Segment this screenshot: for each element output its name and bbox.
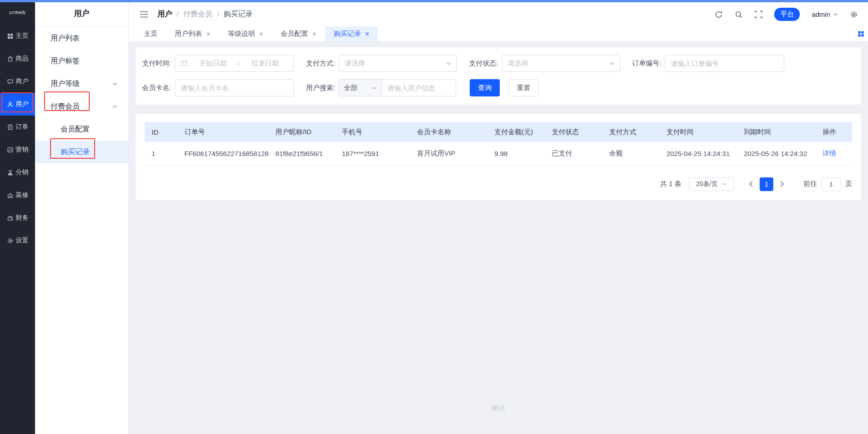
tab-member-config[interactable]: 会员配置 ×: [272, 26, 325, 41]
goto-page-input[interactable]: [821, 177, 841, 191]
chevron-down-icon: [833, 13, 838, 16]
cell-id: 1: [145, 142, 178, 165]
tab-label: 购买记录: [334, 30, 361, 38]
user-search-input[interactable]: [382, 79, 456, 96]
sidebar-item-label: 商户: [16, 77, 29, 86]
menu-item-user-level[interactable]: 用户等级: [35, 72, 128, 95]
tab-label: 会员配置: [281, 30, 308, 38]
pagination: 共 1 条 20条/页 1 前往 页: [145, 177, 852, 191]
page-number-current[interactable]: 1: [760, 177, 773, 191]
date-range-picker[interactable]: 开始日期 - 结束日期: [175, 55, 294, 72]
collapse-menu-icon[interactable]: [140, 11, 148, 18]
menu-item-member-config[interactable]: 会员配置: [35, 118, 128, 141]
sidebar-item-label: 商品: [16, 55, 29, 63]
filter-pay-time: 支付时间: 开始日期 - 结束日期: [142, 55, 294, 72]
sidebar-item-merchant[interactable]: 商户: [0, 70, 35, 93]
sidebar-item-decorate[interactable]: 装修: [0, 184, 35, 207]
sidebar-item-label: 装修: [16, 191, 29, 199]
settings-gear-icon[interactable]: [850, 10, 858, 19]
refresh-icon[interactable]: [715, 10, 723, 19]
pay-status-select[interactable]: 请选择: [502, 55, 620, 72]
menu-item-user-list[interactable]: 用户列表: [35, 27, 128, 50]
filter-card-name: 会员卡名:: [142, 79, 294, 96]
page-size-select[interactable]: 20条/页: [689, 177, 734, 191]
cell-order-no: FF606174556227168581281: [178, 142, 269, 165]
sidebar-item-user[interactable]: 用户: [0, 93, 35, 116]
close-icon[interactable]: ×: [206, 30, 210, 38]
secondary-sidebar: 用户 用户列表 用户标签 用户等级 付费会员 会员配置 购买记录: [35, 0, 129, 434]
next-page-icon[interactable]: [775, 177, 789, 191]
finance-wallet-icon: [7, 215, 14, 222]
tab-purchase-records[interactable]: 购买记录 ×: [325, 26, 378, 41]
sidebar-item-finance[interactable]: 财务: [0, 207, 35, 229]
select-placeholder: 请选择: [508, 59, 528, 68]
filter-pay-status: 支付状态: 请选择: [469, 55, 620, 72]
sidebar-item-goods[interactable]: 商品: [0, 47, 35, 70]
header-actions: 平台 admin: [715, 8, 858, 21]
sidebar-item-label: 订单: [16, 123, 29, 131]
pagination-total: 共 1 条: [660, 180, 681, 188]
breadcrumb-root[interactable]: 用户: [157, 10, 172, 19]
query-button[interactable]: 查询: [470, 79, 500, 96]
detail-link[interactable]: 详情: [822, 149, 836, 157]
search-icon[interactable]: [735, 10, 743, 19]
date-range-separator: -: [238, 60, 240, 67]
settings-gear-icon: [7, 237, 14, 244]
tab-level-description[interactable]: 等级说明 ×: [219, 26, 272, 41]
close-icon[interactable]: ×: [365, 30, 369, 38]
sidebar-item-home[interactable]: 主页: [0, 25, 35, 47]
fullscreen-icon[interactable]: [755, 10, 762, 18]
card-name-input[interactable]: [175, 79, 294, 96]
col-pay-time: 支付时间: [660, 122, 737, 142]
close-icon[interactable]: ×: [259, 30, 263, 38]
tab-user-list[interactable]: 用户列表 ×: [166, 26, 219, 41]
decorate-home-icon: [7, 192, 14, 199]
user-search-scope-select[interactable]: 全部: [339, 79, 382, 96]
platform-badge[interactable]: 平台: [774, 8, 800, 21]
sidebar-item-distribution[interactable]: 分销: [0, 161, 35, 184]
filter-label: 会员卡名:: [142, 84, 171, 92]
filter-label: 用户搜索:: [306, 84, 335, 92]
date-start-placeholder[interactable]: 开始日期: [190, 59, 236, 68]
cell-pay-method: 余额: [602, 142, 660, 165]
filter-user-search: 用户搜索: 全部: [306, 79, 456, 96]
close-icon[interactable]: ×: [312, 30, 316, 38]
menu-item-purchase-records[interactable]: 购买记录: [35, 141, 128, 163]
sidebar-item-order[interactable]: 订单: [0, 116, 35, 138]
sidebar-item-settings[interactable]: 设置: [0, 229, 35, 252]
calendar-icon: [181, 60, 188, 67]
app-root: crmeb 主页 商品 商户 用户 订单 营销 分销: [0, 0, 868, 434]
merchant-chat-icon: [7, 78, 14, 85]
select-value: 全部: [344, 84, 357, 92]
sidebar-item-label: 营销: [16, 146, 29, 154]
chevron-up-icon: [112, 105, 117, 108]
filter-label: 支付方式:: [306, 59, 335, 68]
pay-method-select[interactable]: 请选择: [339, 55, 457, 72]
top-loading-bar: [0, 0, 868, 2]
reset-button[interactable]: 重置: [508, 79, 538, 96]
tab-home[interactable]: 主页: [135, 26, 166, 41]
menu-item-label: 会员配置: [61, 125, 90, 134]
prev-page-icon[interactable]: [744, 177, 758, 191]
menu-item-label: 付费会员: [51, 102, 80, 111]
user-menu[interactable]: admin: [812, 10, 838, 18]
date-end-placeholder[interactable]: 结束日期: [242, 59, 289, 68]
filter-label: 支付状态:: [469, 59, 498, 68]
logo: crmeb: [0, 0, 35, 25]
menu-item-label: 用户列表: [51, 34, 80, 43]
filter-row-1: 支付时间: 开始日期 - 结束日期 支付方式: 请选择: [142, 55, 855, 72]
order-no-input[interactable]: [665, 55, 784, 72]
content-area: 支付时间: 开始日期 - 结束日期 支付方式: 请选择: [129, 42, 868, 434]
menu-item-user-tags[interactable]: 用户标签: [35, 50, 128, 72]
tab-options-grid-icon[interactable]: [858, 30, 864, 37]
col-phone: 手机号: [335, 122, 410, 142]
sidebar-item-marketing[interactable]: 营销: [0, 138, 35, 161]
col-actions: 操作: [816, 122, 852, 142]
menu-item-label: 用户等级: [51, 79, 80, 89]
menu-item-paid-member[interactable]: 付费会员: [35, 95, 128, 118]
col-id: ID: [145, 122, 178, 142]
user-search-group: 全部: [339, 79, 456, 96]
cell-card-name: 首月试用VIP: [410, 142, 487, 165]
top-header: 用户 / 付费会员 / 购买记录 平台 admin: [129, 0, 868, 26]
col-order-no: 订单号: [178, 122, 269, 142]
